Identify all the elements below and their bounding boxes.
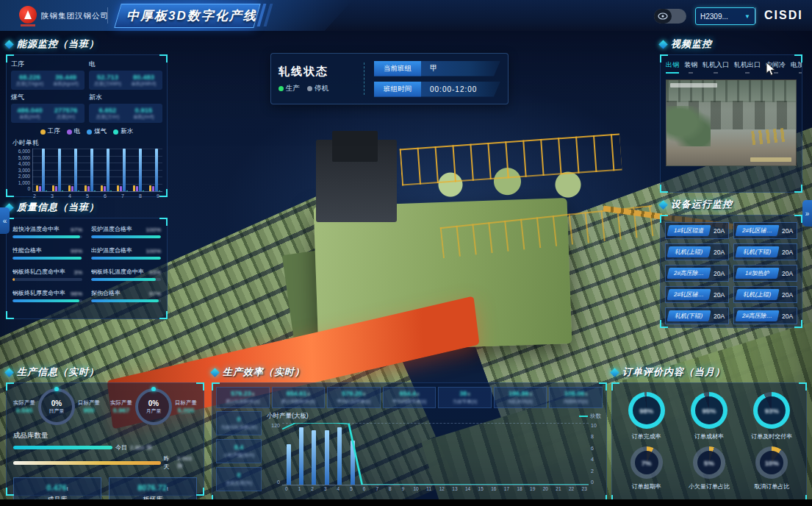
energy-value: 486.040 bbox=[12, 106, 47, 114]
order-donut: 5% 小欠量订单占比 bbox=[679, 446, 739, 491]
quality-item: 超快冷温度命中率97% bbox=[12, 225, 82, 238]
right-panel-collapse[interactable]: » bbox=[802, 200, 812, 227]
energy-group: 电 52.713总量(万kWh) 80.483单耗(kWh/t) bbox=[89, 60, 162, 90]
hourly-output-chart: 小时产量(大板) 块数 1200 1086420 bbox=[265, 411, 603, 491]
equipment-panel: 设备运行监控 1#轧区辊道20A 2#轧区辅…20A 轧机(上辊)20A 轧机(… bbox=[660, 197, 802, 328]
dashboard-stage: 陕钢集团汉钢公司 中厚板3D数字化产线 H2309... ▼ CISDI 能源监… bbox=[0, 0, 812, 506]
efficiency-card: 38s当前节奏(s) bbox=[438, 387, 492, 408]
energy-panel-title: 能源监控（当班） bbox=[6, 37, 168, 51]
company-logo-subtext bbox=[21, 24, 35, 26]
video-panel: 视频监控 出钢 装钢 轧机入口 轧机出口 中间冷 电加热 bbox=[660, 37, 802, 193]
video-panel-title: 视频监控 bbox=[660, 37, 802, 51]
equipment-item[interactable]: 轧机(上辊)20A bbox=[733, 286, 797, 303]
equipment-item[interactable]: 1#加热炉20A bbox=[733, 265, 797, 282]
efficiency-panel-title: 生产效率（实时） bbox=[212, 365, 607, 380]
video-tab-heater[interactable]: 电加热 bbox=[791, 60, 802, 74]
header-divider bbox=[107, 7, 108, 24]
equipment-item[interactable]: 2#高压除…20A bbox=[665, 265, 729, 282]
status-dot bbox=[279, 86, 284, 91]
energy-value: 68.226 bbox=[12, 73, 47, 81]
energy-group: 新水 6.652总量(万m³) 0.915单耗(m³/t) bbox=[89, 93, 162, 123]
ring-dot bbox=[54, 387, 59, 391]
quality-item: 探伤合格率97% bbox=[91, 289, 161, 302]
energy-x-labels: 23456789 bbox=[26, 193, 167, 199]
diamond-icon bbox=[4, 368, 14, 377]
video-feed-green-machines bbox=[667, 106, 711, 147]
equipment-panel-title: 设备运行监控 bbox=[660, 197, 802, 212]
order-donut: 10% 取消订单占比 bbox=[742, 446, 802, 491]
legend-dot bbox=[87, 129, 92, 135]
hourly-line-chart bbox=[282, 423, 589, 485]
video-overlay-camera-id bbox=[670, 83, 717, 88]
orders-panel: 订单评价内容（当月） 98% 订单完成率 95% 订单成材率 93% 订单及时交… bbox=[611, 365, 807, 503]
efficiency-card: 108.06s间隙时间(s) bbox=[549, 387, 603, 408]
production-panel-title: 生产信息（实时） bbox=[6, 365, 204, 380]
brand-logo: CISDI bbox=[764, 9, 803, 22]
equipment-item[interactable]: 轧机(下辊)20A bbox=[665, 307, 729, 324]
efficiency-panel: 生产效率（实时） 579.23s累计轧制时长(s) 654.61s累计间隙时长(… bbox=[212, 365, 607, 503]
energy-chart: 6,0005,0004,0003,0002,0001,0000 bbox=[7, 149, 167, 193]
header: 陕钢集团汉钢公司 中厚板3D数字化产线 H2309... ▼ CISDI bbox=[0, 0, 812, 31]
efficiency-card: 654.4s平均间隙节奏(s) bbox=[383, 387, 436, 408]
video-feed[interactable] bbox=[666, 79, 797, 166]
hourly-x-labels: 01234567891011121314151617181920212223 bbox=[280, 486, 591, 491]
camera-select-dropdown[interactable]: H2309... ▼ bbox=[695, 7, 755, 25]
visibility-toggle[interactable] bbox=[654, 9, 686, 24]
energy-value: 0.915 bbox=[126, 106, 161, 114]
toggle-knob bbox=[654, 9, 672, 24]
order-donut: 95% 订单成材率 bbox=[679, 392, 739, 441]
video-tab-intercool[interactable]: 中间冷 bbox=[766, 60, 786, 74]
shift-team-row: 当前班组 甲 bbox=[374, 61, 500, 76]
equipment-item[interactable]: 1#轧区辊道20A bbox=[665, 222, 729, 239]
video-tab-tapping[interactable]: 出钢 bbox=[666, 60, 679, 74]
stock-title: 成品库数量 bbox=[7, 428, 204, 442]
footer-bar bbox=[0, 499, 812, 506]
status-dot bbox=[307, 86, 312, 91]
hourly-plot bbox=[282, 423, 589, 485]
line-status-panel: 轧线状态 生产 停机 当前班组 甲 班组时间 00:00-12:00 bbox=[270, 53, 509, 104]
order-donut: 93% 订单及时交付率 bbox=[742, 392, 802, 441]
efficiency-card: 579.25s平均轧制节奏(s) bbox=[327, 387, 381, 408]
video-tab-mill-exit[interactable]: 轧机出口 bbox=[734, 60, 761, 74]
video-overlay-watermark bbox=[750, 157, 791, 162]
equipment-item[interactable]: 轧机(上辊)20A bbox=[665, 243, 729, 260]
hourly-line bbox=[282, 423, 589, 485]
efficiency-card: 654.61s累计间隙时长(s) bbox=[272, 387, 326, 408]
energy-group: 工序 68.226总量(万kgce) 39.449单耗(kgce/t) bbox=[11, 60, 85, 90]
stock-bar-yesterday: 昨天 3,963 块 bbox=[7, 453, 204, 472]
stock-bar-today: 今日 2,801 块 bbox=[7, 442, 204, 453]
energy-value: 277576 bbox=[48, 106, 83, 114]
dropdown-value: H2309... bbox=[700, 13, 728, 21]
diamond-icon bbox=[210, 368, 220, 377]
shift-time-row: 班组时间 00:00-12:00 bbox=[374, 82, 500, 97]
video-tab-charging[interactable]: 装钢 bbox=[684, 60, 697, 74]
equipment-item[interactable]: 2#轧区辅…20A bbox=[665, 286, 729, 303]
scene-tower-top bbox=[332, 131, 378, 162]
energy-value: 6.652 bbox=[90, 106, 125, 114]
quality-grid: 超快冷温度命中率97% 装炉温度合格率100% 性能合格率99% 出炉温度合格率… bbox=[7, 218, 167, 309]
equipment-item[interactable]: 2#高压除…20A bbox=[733, 307, 797, 324]
side-card: 0当前待轧块数(块) bbox=[216, 411, 262, 435]
eye-icon bbox=[658, 13, 668, 20]
quality-item: 钢板终轧凸度命中率3% bbox=[12, 268, 82, 281]
ring-dot bbox=[151, 387, 156, 391]
efficiency-side-cards: 0当前待轧块数(块) 8.4小时产能(块/h) 0主机负荷(%) bbox=[216, 411, 262, 491]
side-card: 8.4小时产能(块/h) bbox=[216, 439, 262, 463]
video-tab-mill-entry[interactable]: 轧机入口 bbox=[703, 60, 729, 74]
left-panel-collapse[interactable]: « bbox=[0, 207, 10, 234]
quality-item: 钢板终轧温度命中率93% bbox=[91, 268, 161, 281]
video-feed-yellow-rig bbox=[751, 128, 786, 145]
order-donut: 7% 订单超期率 bbox=[617, 446, 676, 491]
side-card: 0主机负荷(%) bbox=[216, 467, 262, 491]
diamond-icon bbox=[610, 368, 619, 377]
orders-donut-grid: 98% 订单完成率 95% 订单成材率 93% 订单及时交付率 7% 订单超期率… bbox=[612, 383, 806, 496]
energy-value: 80.483 bbox=[126, 73, 161, 81]
legend-dot bbox=[67, 129, 72, 135]
efficiency-cards: 579.23s累计轧制时长(s) 654.61s累计间隙时长(s) 579.25… bbox=[212, 383, 606, 411]
quality-panel-title: 质量信息（当班） bbox=[6, 200, 168, 215]
equipment-item[interactable]: 2#轧区辅…20A bbox=[733, 222, 797, 239]
energy-value: 52.713 bbox=[90, 73, 125, 81]
legend-dot bbox=[40, 129, 46, 135]
page-title: 中厚板3D数字化产线 bbox=[126, 7, 257, 24]
equipment-item[interactable]: 轧机(下辊)20A bbox=[733, 243, 797, 260]
